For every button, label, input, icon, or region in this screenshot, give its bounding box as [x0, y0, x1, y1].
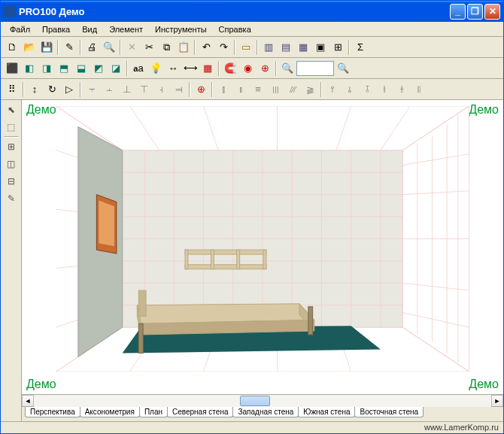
panel4-icon[interactable]: ▣	[312, 39, 329, 56]
rotate-icon[interactable]: ↻	[44, 81, 60, 98]
new-icon[interactable]: 🗋	[4, 39, 20, 56]
align1-icon[interactable]: ⫟	[83, 81, 100, 98]
tab-east-wall[interactable]: Восточная стена	[354, 407, 424, 417]
dimension-icon[interactable]: ⟷	[182, 60, 199, 77]
dist2-icon[interactable]: ⫾	[232, 81, 249, 98]
separator	[275, 61, 277, 76]
dist3-icon[interactable]: ≡	[250, 81, 266, 98]
align3-icon[interactable]: ⊥	[118, 81, 135, 98]
separator	[320, 82, 322, 97]
align6-icon[interactable]: ⫤	[170, 81, 187, 98]
tab-perspective[interactable]: Перспектива	[25, 407, 80, 417]
lt1-icon[interactable]: ⊞	[3, 138, 20, 155]
separator	[348, 40, 350, 55]
open-icon[interactable]: 📂	[21, 39, 38, 56]
spc2-icon[interactable]: ⫰	[342, 81, 358, 98]
toolbar-2: ⬛ ◧ ◨ ⬒ ⬓ ◩ ◪ aa 💡 ↔ ⟷ ▦ 🧲 ◉ ⊕ 🔍 🔍	[1, 58, 503, 79]
panel3-icon[interactable]: ▦	[295, 39, 311, 56]
scroll-thumb[interactable]	[240, 396, 270, 406]
app-icon	[4, 5, 16, 17]
menu-edit[interactable]: Правка	[36, 23, 76, 35]
room-scene	[52, 106, 473, 372]
viewport-3d[interactable]: Демо Демо Демо Демо	[22, 100, 503, 394]
save-icon[interactable]: 💾	[38, 39, 55, 56]
dist1-icon[interactable]: ⫿	[215, 81, 232, 98]
tab-plan[interactable]: План	[139, 407, 168, 417]
spc6-icon[interactable]: ⫴	[411, 81, 427, 98]
menu-element[interactable]: Элемент	[103, 23, 149, 35]
spc4-icon[interactable]: ⫲	[376, 81, 393, 98]
cube2-icon[interactable]: ◧	[21, 60, 38, 77]
align5-icon[interactable]: ⫞	[153, 81, 169, 98]
close-button[interactable]: ✕	[484, 4, 500, 20]
snap1-icon[interactable]: ◉	[239, 60, 256, 77]
cube5-icon[interactable]: ⬓	[73, 60, 90, 77]
tool-icon[interactable]: ▭	[238, 39, 254, 56]
panel-icon[interactable]: ▥	[260, 39, 277, 56]
svg-rect-62	[138, 323, 143, 353]
redo-icon[interactable]: ↷	[215, 39, 232, 56]
menu-view[interactable]: Вид	[76, 23, 103, 35]
print-icon[interactable]: 🖨	[83, 39, 100, 56]
shape-icon[interactable]: ▷	[61, 81, 77, 98]
lt4-icon[interactable]: ✎	[3, 190, 20, 207]
cube6-icon[interactable]: ◩	[90, 60, 107, 77]
align4-icon[interactable]: ⊤	[135, 81, 152, 98]
cube1-icon[interactable]: ⬛	[4, 60, 20, 77]
move-icon[interactable]: ↕	[26, 81, 43, 98]
menu-file[interactable]: Файл	[4, 23, 36, 35]
cube3-icon[interactable]: ◨	[38, 60, 55, 77]
tab-north-wall[interactable]: Северная стена	[167, 407, 234, 417]
cursor-icon[interactable]: ⬉	[3, 102, 20, 118]
menu-help[interactable]: Справка	[213, 23, 257, 35]
separator	[194, 40, 196, 55]
spc5-icon[interactable]: ⫳	[393, 81, 410, 98]
cube7-icon[interactable]: ◪	[108, 60, 124, 77]
viewport-wrap: Демо Демо Демо Демо	[22, 100, 503, 421]
paste-icon[interactable]: 📋	[175, 39, 192, 56]
measure-icon[interactable]: ↔	[165, 60, 181, 77]
disabled-icon: ✕	[123, 39, 140, 56]
minimize-button[interactable]: _	[450, 4, 466, 20]
zoom-fit-icon[interactable]: 🔍	[335, 60, 351, 77]
spc3-icon[interactable]: ⫱	[359, 81, 375, 98]
zoom-icon[interactable]: 🔍	[279, 60, 296, 77]
tab-south-wall[interactable]: Южная стена	[298, 407, 355, 417]
scroll-track[interactable]	[34, 395, 491, 407]
zoom-combo[interactable]	[296, 61, 334, 76]
dist5-icon[interactable]: ⫻	[284, 81, 301, 98]
spc1-icon[interactable]: ⫯	[324, 81, 341, 98]
cube4-icon[interactable]: ⬒	[56, 60, 72, 77]
text-icon[interactable]: aa	[130, 60, 147, 77]
cut-icon[interactable]: ✂	[141, 39, 157, 56]
maximize-button[interactable]: ❐	[467, 4, 483, 20]
edit-icon[interactable]: ✎	[61, 39, 77, 56]
dist6-icon[interactable]: ⫺	[302, 81, 318, 98]
align2-icon[interactable]: ⫠	[101, 81, 117, 98]
undo-icon[interactable]: ↶	[198, 39, 214, 56]
copy-icon[interactable]: ⧉	[158, 39, 175, 56]
snap2-icon[interactable]: ⊕	[257, 60, 273, 77]
preview-icon[interactable]: 🔍	[101, 39, 117, 56]
separator	[80, 82, 81, 97]
view-tabs: Перспектива Аксонометрия План Северная с…	[22, 406, 503, 421]
select-icon[interactable]: ⬚	[3, 119, 20, 135]
grid-icon[interactable]: ▦	[199, 60, 216, 77]
lt2-icon[interactable]: ◫	[3, 156, 20, 172]
grid-tool-icon[interactable]: ⠿	[4, 81, 20, 98]
tab-west-wall[interactable]: Западная стена	[232, 407, 299, 417]
scroll-right-button[interactable]: ►	[491, 395, 503, 407]
sigma-icon[interactable]: Σ	[352, 39, 369, 56]
menubar: Файл Правка Вид Элемент Инструменты Спра…	[1, 22, 503, 37]
magnet-icon[interactable]: 🧲	[222, 60, 238, 77]
scroll-left-button[interactable]: ◄	[22, 395, 34, 407]
lt3-icon[interactable]: ⊟	[3, 173, 20, 190]
menu-tools[interactable]: Инструменты	[149, 23, 213, 35]
panel2-icon[interactable]: ▤	[278, 39, 294, 56]
tab-axonometry[interactable]: Аксонометрия	[80, 407, 140, 417]
dist4-icon[interactable]: ⫼	[267, 81, 284, 98]
titlebar: PRO100 Демо _ ❐ ✕	[1, 1, 503, 22]
panel5-icon[interactable]: ⊞	[329, 39, 346, 56]
center-icon[interactable]: ⊕	[193, 81, 209, 98]
light-icon[interactable]: 💡	[147, 60, 164, 77]
